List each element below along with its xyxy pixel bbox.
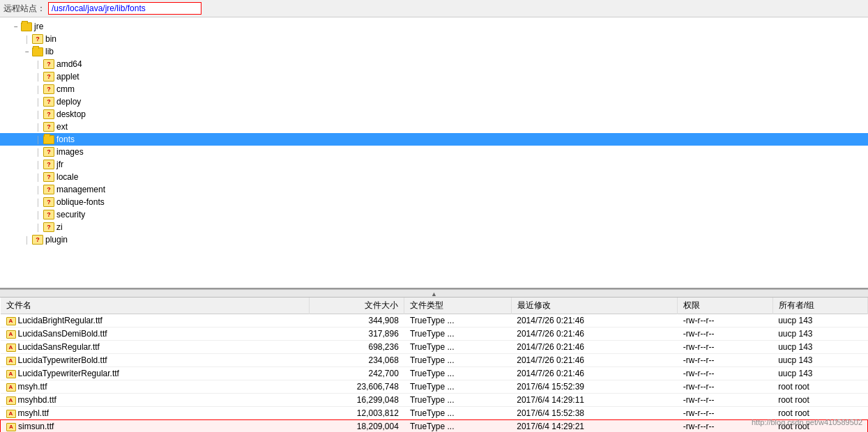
- file-icon: A: [6, 410, 16, 418]
- cell-modified: 2014/7/26 0:21:46: [511, 314, 678, 327]
- table-row[interactable]: ALucidaSansDemiBold.ttf317,896TrueType .…: [1, 327, 868, 341]
- column-header-modified[interactable]: 最近修改: [511, 298, 678, 314]
- tree-node-plugin[interactable]: │?plugin: [0, 233, 868, 246]
- file-unknown-icon: ?: [43, 109, 54, 119]
- file-unknown-icon: ?: [43, 160, 54, 169]
- file-unknown-icon: ?: [43, 122, 54, 132]
- file-icon: A: [6, 317, 16, 325]
- folder-icon: [32, 47, 43, 56]
- table-body: ALucidaBrightRegular.ttf344,908TrueType …: [1, 314, 868, 433]
- cell-type: TrueType ...: [404, 314, 511, 327]
- tree-expander[interactable]: │: [33, 134, 43, 144]
- cell-name: ALucidaTypewriterBold.ttf: [1, 354, 310, 367]
- table-row[interactable]: ALucidaSansRegular.ttf698,236TrueType ..…: [1, 341, 868, 354]
- tree-node-label: bin: [45, 34, 56, 44]
- tree-node-cmm[interactable]: │?cmm: [0, 83, 868, 95]
- tree-expander[interactable]: │: [33, 97, 43, 107]
- tree-node-jre[interactable]: −jre: [0, 20, 868, 33]
- tree-node-management[interactable]: │?management: [0, 183, 868, 196]
- table-row[interactable]: Amsyhl.ttf12,003,812TrueType ...2017/6/4…: [1, 407, 868, 420]
- tree-expander[interactable]: │: [33, 222, 43, 232]
- cell-perms: -rw-r--r--: [678, 367, 772, 380]
- tree-node-ext[interactable]: │?ext: [0, 121, 868, 133]
- cell-modified: 2017/6/4 15:52:39: [511, 380, 678, 394]
- tree-expander[interactable]: −: [22, 47, 32, 56]
- cell-modified: 2014/7/26 0:21:46: [511, 341, 678, 354]
- tree-expander[interactable]: │: [33, 72, 43, 82]
- file-unknown-icon: ?: [43, 222, 54, 232]
- tree-node-label: oblique-fonts: [56, 197, 105, 207]
- file-icon: A: [6, 357, 16, 365]
- tree-node-jfr[interactable]: │?jfr: [0, 158, 868, 171]
- column-header-perms[interactable]: 权限: [678, 298, 772, 314]
- tree-expander[interactable]: │: [33, 172, 43, 182]
- main-container: −jre│?bin−lib│?amd64│?applet│?cmm│?deplo…: [0, 17, 868, 432]
- tree-node-label: fonts: [56, 134, 75, 144]
- cell-perms: -rw-r--r--: [678, 420, 772, 433]
- tree-expander[interactable]: │: [22, 34, 32, 44]
- tree-expander[interactable]: │: [33, 185, 43, 194]
- tree-node-security[interactable]: │?security: [0, 208, 868, 221]
- file-icon: A: [6, 370, 16, 378]
- tree-node-deploy[interactable]: │?deploy: [0, 95, 868, 108]
- collapse-button[interactable]: ▲: [0, 289, 868, 298]
- tree-expander[interactable]: │: [22, 235, 32, 245]
- tree-node-zi[interactable]: │?zi: [0, 221, 868, 233]
- tree-node-desktop[interactable]: │?desktop: [0, 108, 868, 121]
- tree-expander[interactable]: │: [33, 84, 43, 94]
- tree-node-images[interactable]: │?images: [0, 146, 868, 158]
- table-row[interactable]: ALucidaTypewriterRegular.ttf242,700TrueT…: [1, 367, 868, 380]
- file-panel: 文件名文件大小文件类型最近修改权限所有者/组 ALucidaBrightRegu…: [0, 298, 868, 432]
- tree-expander[interactable]: │: [33, 122, 43, 132]
- column-header-size[interactable]: 文件大小: [310, 298, 404, 314]
- tree-node-label: zi: [56, 222, 63, 232]
- tree-node-bin[interactable]: │?bin: [0, 33, 868, 45]
- tree-node-lib[interactable]: −lib: [0, 45, 868, 58]
- tree-node-amd64[interactable]: │?amd64: [0, 58, 868, 70]
- cell-size: 16,299,048: [310, 394, 404, 407]
- file-icon: A: [6, 396, 16, 405]
- tree-expander[interactable]: │: [33, 59, 43, 69]
- column-header-name[interactable]: 文件名: [1, 298, 310, 314]
- tree-expander[interactable]: │: [33, 147, 43, 157]
- address-input[interactable]: [48, 2, 201, 15]
- cell-owner: uucp 143: [772, 341, 867, 354]
- tree-expander[interactable]: │: [33, 210, 43, 219]
- tree-node-fonts[interactable]: │fonts: [0, 133, 868, 146]
- cell-perms: -rw-r--r--: [678, 314, 772, 327]
- cell-perms: -rw-r--r--: [678, 327, 772, 341]
- tree-node-label: deploy: [56, 97, 81, 107]
- file-unknown-icon: ?: [43, 97, 54, 107]
- tree-expander[interactable]: │: [33, 197, 43, 207]
- cell-owner: uucp 143: [772, 354, 867, 367]
- tree-node-label: plugin: [45, 235, 68, 245]
- tree-node-oblique-fonts[interactable]: │?oblique-fonts: [0, 196, 868, 208]
- tree-node-label: lib: [45, 47, 54, 56]
- cell-modified: 2014/7/26 0:21:46: [511, 327, 678, 341]
- file-icon: A: [6, 423, 16, 431]
- tree-expander[interactable]: │: [33, 109, 43, 119]
- cell-type: TrueType ...: [404, 327, 511, 341]
- table-row[interactable]: Amsyhbd.ttf16,299,048TrueType ...2017/6/…: [1, 394, 868, 407]
- table-row[interactable]: ALucidaTypewriterBold.ttf234,068TrueType…: [1, 354, 868, 367]
- tree-node-label: jfr: [56, 160, 63, 169]
- tree-panel: −jre│?bin−lib│?amd64│?applet│?cmm│?deplo…: [0, 17, 868, 289]
- column-header-owner[interactable]: 所有者/组: [772, 298, 867, 314]
- cell-name: Amsyhl.ttf: [1, 407, 310, 420]
- table-row[interactable]: ALucidaBrightRegular.ttf344,908TrueType …: [1, 314, 868, 327]
- file-unknown-icon: ?: [43, 147, 54, 157]
- tree-expander[interactable]: │: [33, 160, 43, 169]
- cell-size: 317,896: [310, 327, 404, 341]
- cell-size: 344,908: [310, 314, 404, 327]
- tree-expander[interactable]: −: [11, 22, 21, 31]
- file-unknown-icon: ?: [43, 210, 54, 219]
- cell-type: TrueType ...: [404, 341, 511, 354]
- tree-node-label: jre: [34, 22, 43, 31]
- cell-name: ALucidaBrightRegular.ttf: [1, 314, 310, 327]
- tree-node-applet[interactable]: │?applet: [0, 70, 868, 83]
- table-row[interactable]: Amsyh.ttf23,606,748TrueType ...2017/6/4 …: [1, 380, 868, 394]
- table-row[interactable]: Asimsun.ttf18,209,004TrueType ...2017/6/…: [1, 420, 868, 433]
- column-header-type[interactable]: 文件类型: [404, 298, 511, 314]
- tree-node-locale[interactable]: │?locale: [0, 171, 868, 183]
- file-unknown-icon: ?: [43, 185, 54, 194]
